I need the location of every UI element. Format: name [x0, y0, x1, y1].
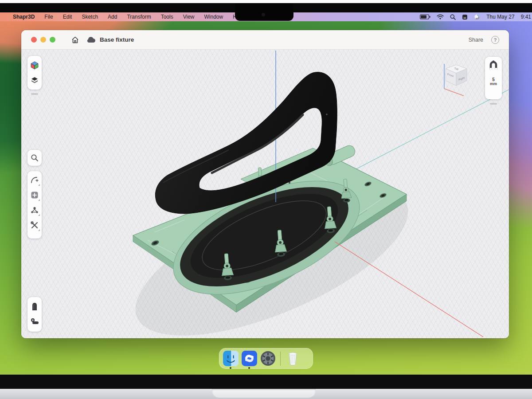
view-cube[interactable]: Top Front Right [439, 61, 473, 98]
camera-icon [262, 13, 265, 16]
cloud-sync-icon [86, 36, 96, 43]
running-indicator [248, 367, 250, 369]
design-cube-icon [30, 61, 39, 70]
submenu-triangle [38, 184, 40, 186]
transform-tool-button[interactable] [27, 203, 42, 218]
document-title: Base fixture [100, 36, 134, 43]
items-layers-icon [30, 76, 39, 85]
wifi-icon[interactable] [437, 14, 444, 20]
project-panel [27, 56, 42, 90]
strap-pin-hole [326, 113, 328, 115]
model-scene[interactable] [21, 50, 509, 338]
menu-item-window[interactable]: Window [199, 14, 228, 20]
snap-magnet-button[interactable] [489, 60, 498, 73]
snap-magnet-icon [489, 60, 498, 71]
home-button[interactable] [69, 34, 81, 46]
running-indicator [230, 367, 231, 369]
submenu-triangle [38, 229, 40, 231]
macbook-screen: Shapr3D File Edit Sketch Add Transform T… [0, 0, 532, 399]
menu-clock-time[interactable]: 9:41 [521, 14, 531, 20]
dock-settings-icon[interactable] [260, 350, 276, 367]
history-roll-icon [30, 317, 39, 325]
grid-size-control[interactable]: 5 mm [490, 77, 497, 86]
panel-drag-handle[interactable] [490, 103, 497, 105]
add-plus-icon [30, 191, 39, 200]
axis-y-teal-line [332, 90, 509, 182]
design-cube-button[interactable] [27, 58, 42, 73]
search-button[interactable] [27, 150, 42, 165]
share-button[interactable]: Share [469, 37, 483, 43]
dock-divider [280, 352, 281, 366]
axis-x-red-line [335, 242, 483, 337]
menu-item-transform[interactable]: Transform [122, 14, 156, 20]
close-window-button[interactable] [31, 37, 37, 43]
minimize-window-button[interactable] [40, 37, 46, 43]
submenu-triangle [38, 214, 40, 216]
tools-panel [27, 171, 42, 239]
laptop-thumb-scoop [212, 389, 316, 398]
input-source-icon[interactable] [462, 14, 468, 20]
add-tool-button[interactable] [27, 188, 42, 203]
cube-axis-x-icon [444, 89, 464, 96]
menu-item-file[interactable]: File [39, 14, 58, 20]
menu-item-add[interactable]: Add [103, 14, 122, 20]
transform-nodes-icon [30, 206, 39, 215]
menu-item-edit[interactable]: Edit [58, 14, 77, 20]
visualization-slab-icon [31, 302, 38, 311]
menu-item-view[interactable]: View [178, 14, 200, 20]
menu-clock-date[interactable]: Thu May 27 [486, 14, 514, 20]
tools-cross-icon [30, 221, 39, 230]
search-icon [31, 154, 39, 162]
sketch-tool-button[interactable] [27, 172, 42, 188]
submenu-triangle [38, 199, 40, 201]
grid-size-unit: mm [490, 82, 497, 86]
dock-finder-icon[interactable] [223, 350, 239, 367]
view-modes-panel [27, 297, 42, 332]
window-titlebar: Base fixture Share ? [21, 30, 509, 50]
shapr3d-window: Top Front Right 5 mm [21, 30, 509, 338]
status-ring-icon[interactable] [474, 14, 480, 20]
help-button[interactable]: ? [491, 36, 499, 44]
battery-icon[interactable] [420, 14, 430, 20]
sketch-arc-icon [30, 176, 39, 184]
home-icon [71, 36, 79, 43]
dock-trash-icon[interactable] [285, 350, 301, 367]
panel-drag-handle[interactable] [31, 93, 38, 95]
viewport-canvas[interactable]: Top Front Right 5 mm [21, 50, 509, 338]
cloud-sync-button[interactable] [85, 34, 97, 46]
menu-item-sketch[interactable]: Sketch [77, 14, 103, 20]
snap-panel: 5 mm [485, 57, 502, 99]
dock [219, 348, 313, 369]
camera-notch [235, 3, 293, 21]
dock-shapr3d-icon[interactable] [241, 350, 258, 367]
menu-item-app[interactable]: Shapr3D [8, 14, 39, 20]
search-panel [27, 150, 42, 166]
help-icon: ? [494, 37, 497, 43]
history-button[interactable] [27, 314, 42, 329]
page-top-strip [0, 0, 532, 3]
tools-menu-button[interactable] [27, 218, 42, 233]
zoom-window-button[interactable] [50, 37, 55, 43]
items-layers-button[interactable] [27, 73, 42, 88]
laptop-bottom-bezel [0, 375, 532, 389]
menu-item-tools[interactable]: Tools [156, 14, 178, 20]
spotlight-search-icon[interactable] [450, 14, 456, 20]
visualization-button[interactable] [27, 299, 42, 314]
laptop-chin [0, 389, 532, 399]
